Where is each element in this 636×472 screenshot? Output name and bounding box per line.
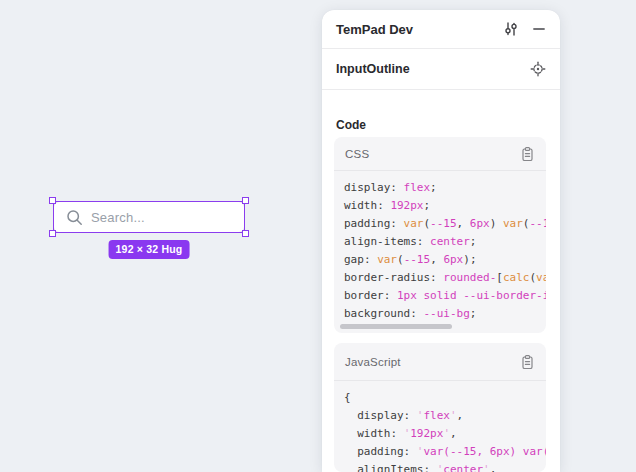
javascript-code-block: JavaScript { display: 'flex', width: '19…: [334, 343, 546, 472]
selection-size-badge: 192 × 32 Hug: [109, 240, 190, 259]
selection-handle[interactable]: [242, 197, 249, 204]
search-placeholder: Search...: [91, 210, 145, 225]
css-code: display: flex;width: 192px;padding: var(…: [334, 171, 546, 323]
component-row: InputOutline: [322, 49, 560, 90]
code-line: border: 1px solid --ui-border-input;: [344, 287, 546, 305]
code-line: {: [344, 389, 546, 407]
code-section-label: Code: [336, 118, 366, 132]
code-line: background: --ui-bg;: [344, 305, 546, 323]
locate-target-icon[interactable]: [530, 61, 546, 77]
selected-component[interactable]: Search... 192 × 32 Hug: [53, 201, 245, 233]
code-language-label: CSS: [345, 148, 520, 160]
code-line: alignItems: 'center',: [344, 461, 546, 472]
search-input-component[interactable]: Search...: [53, 201, 245, 233]
component-name: InputOutline: [336, 62, 530, 76]
javascript-block-header: JavaScript: [334, 343, 546, 381]
code-line: align-items: center;: [344, 233, 546, 251]
javascript-code: { display: 'flex', width: '192px', paddi…: [334, 381, 546, 472]
selection-handle[interactable]: [49, 197, 56, 204]
copy-clipboard-icon[interactable]: [520, 354, 535, 370]
horizontal-scrollbar[interactable]: [340, 324, 452, 329]
code-line: display: flex;: [344, 179, 546, 197]
tempad-dev-panel: TemPad Dev InputOutline: [322, 10, 560, 472]
minimize-icon[interactable]: [532, 22, 546, 36]
code-line: padding: 'var(--15, 6px) var(--15, 6px)'…: [344, 443, 546, 461]
panel-header: TemPad Dev: [322, 10, 560, 49]
code-line: gap: var(--15, 6px);: [344, 251, 546, 269]
css-block-header: CSS: [334, 137, 546, 171]
copy-clipboard-icon[interactable]: [520, 146, 535, 162]
panel-title: TemPad Dev: [336, 22, 490, 37]
code-line: width: '192px',: [344, 425, 546, 443]
selection-handle[interactable]: [242, 230, 249, 237]
code-language-label: JavaScript: [345, 356, 520, 368]
selection-handle[interactable]: [49, 230, 56, 237]
css-code-block: CSS display: flex;width: 192px;padding: …: [334, 137, 546, 333]
search-icon: [66, 209, 83, 226]
settings-sliders-icon[interactable]: [503, 21, 519, 37]
code-line: width: 192px;: [344, 197, 546, 215]
code-line: display: 'flex',: [344, 407, 546, 425]
code-line: padding: var(--15, 6px) var(--15, 6px);: [344, 215, 546, 233]
code-line: border-radius: rounded-[calc(var(--round…: [344, 269, 546, 287]
